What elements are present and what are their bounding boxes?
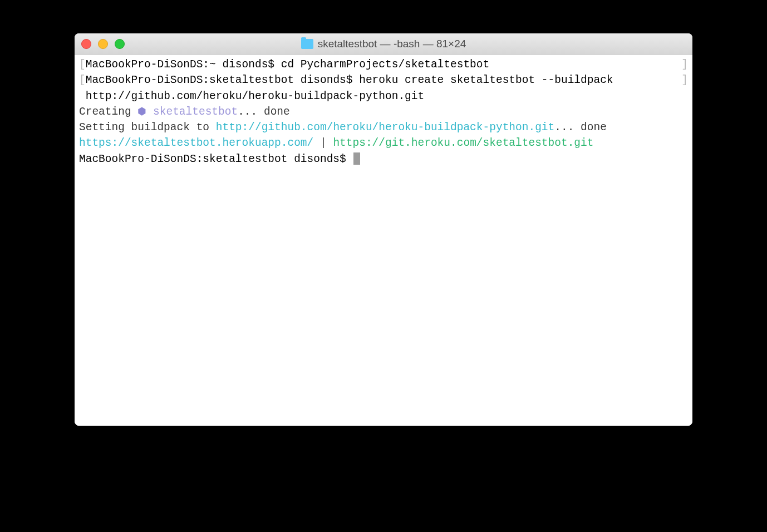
separator: |: [313, 137, 333, 149]
traffic-lights: [81, 39, 125, 49]
terminal-content[interactable]: [MacBookPro-DiSonDS:~ disonds$ cd Pychar…: [75, 55, 692, 426]
shell-prompt: MacBookPro-DiSonDS:sketaltestbot disonds…: [86, 74, 353, 86]
app-name: sketaltestbot: [153, 106, 238, 118]
setting-label: Setting buildpack to: [79, 121, 216, 134]
buildpack-url: http://github.com/heroku/heroku-buildpac…: [216, 121, 555, 134]
cursor: [353, 152, 360, 165]
minimize-button[interactable]: [98, 39, 108, 49]
shell-prompt: MacBookPro-DiSonDS:sketaltestbot disonds…: [79, 153, 346, 165]
bracket-left: [: [79, 74, 86, 86]
command-text: cd PycharmProjects/sketaltestbot: [281, 58, 489, 71]
folder-icon: [301, 39, 313, 49]
terminal-line: http://github.com/heroku/heroku-buildpac…: [79, 88, 688, 104]
terminal-line: Creating ⬢ sketaltestbot... done: [79, 104, 688, 120]
window-title: sketaltestbot — -bash — 81×24: [318, 38, 466, 50]
terminal-line: https://sketaltestbot.herokuapp.com/ | h…: [79, 135, 688, 151]
bracket-right: ]: [681, 57, 688, 72]
git-url: https://git.heroku.com/sketaltestbot.git: [333, 137, 593, 149]
terminal-line: [MacBookPro-DiSonDS:sketaltestbot disond…: [79, 72, 688, 88]
bracket-left: [: [79, 58, 86, 71]
title-area: sketaltestbot — -bash — 81×24: [75, 38, 692, 50]
shell-prompt: MacBookPro-DiSonDS:~ disonds$: [86, 58, 274, 71]
app-url: https://sketaltestbot.herokuapp.com/: [79, 137, 313, 149]
window-titlebar[interactable]: sketaltestbot — -bash — 81×24: [75, 33, 692, 55]
command-continuation: http://github.com/heroku/heroku-buildpac…: [79, 90, 424, 102]
terminal-line: [MacBookPro-DiSonDS:~ disonds$ cd Pychar…: [79, 57, 688, 72]
done-text: ... done: [554, 121, 607, 134]
terminal-line: MacBookPro-DiSonDS:sketaltestbot disonds…: [79, 151, 688, 167]
terminal-line: Setting buildpack to http://github.com/h…: [79, 120, 688, 135]
bracket-right: ]: [681, 72, 688, 88]
zoom-button[interactable]: [115, 39, 125, 49]
hexagon-icon: ⬢: [137, 105, 146, 119]
command-text: heroku create sketaltestbot --buildpack: [359, 74, 613, 86]
close-button[interactable]: [81, 39, 91, 49]
done-text: ... done: [238, 106, 290, 118]
creating-label: Creating: [79, 106, 137, 118]
terminal-window: sketaltestbot — -bash — 81×24 [MacBookPr…: [75, 33, 692, 426]
